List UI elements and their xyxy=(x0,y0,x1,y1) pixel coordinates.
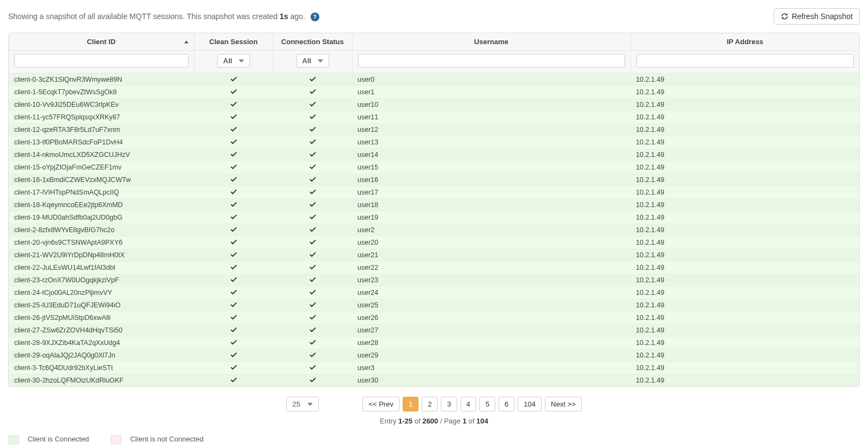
check-icon xyxy=(309,202,316,207)
cell-ip: 10.2.1.49 xyxy=(630,312,859,324)
caption-time-a: This snapshot was created xyxy=(187,12,280,21)
legend: Client is Connected Client is not Connec… xyxy=(8,435,860,444)
cell-clean-session xyxy=(194,312,273,324)
col-connection-status[interactable]: Connection Status xyxy=(273,33,352,51)
pager-page-button[interactable]: 6 xyxy=(499,397,514,411)
check-icon xyxy=(309,177,316,182)
pager-page-button[interactable]: 5 xyxy=(479,397,495,411)
cell-clean-session xyxy=(194,86,273,99)
cell-client-id: client-28-9XJXZib4KaTA2qXxUdg4 xyxy=(9,337,194,349)
filter-ip-input[interactable] xyxy=(636,54,854,68)
filter-client-id-input[interactable] xyxy=(14,54,189,68)
cell-ip: 10.2.1.49 xyxy=(630,224,859,237)
check-icon xyxy=(309,101,316,107)
table-row[interactable]: client-3-Tc6Q4DUdr92bXyLieSTtuser310.2.1… xyxy=(9,362,859,374)
table-row[interactable]: client-12-qzeRTA3F8r5Ld7uF7xnmuser1210.2… xyxy=(9,124,859,136)
table-row[interactable]: client-15-oYpjZIOjaFmGeCZEF1mvuser1510.2… xyxy=(9,161,859,174)
table-row[interactable]: client-24-tCjo00AL20nzPljimvVYuser2410.2… xyxy=(9,287,859,299)
col-client-id[interactable]: Client ID xyxy=(9,33,194,51)
cell-ip: 10.2.1.49 xyxy=(630,211,859,224)
table-row[interactable]: client-26-jtVS2pMUiStpD6xwAlliuser2610.2… xyxy=(9,312,859,324)
refresh-snapshot-button[interactable]: Refresh Snapshot xyxy=(774,8,860,25)
table-row[interactable]: client-23-rzOnX7W0UOgqkjkziVpFuser2310.2… xyxy=(9,274,859,287)
cell-username: user26 xyxy=(352,312,630,324)
pager-page-button[interactable]: 3 xyxy=(441,397,457,411)
cell-ip: 10.2.1.49 xyxy=(630,349,859,362)
cell-client-id: client-27-ZSw6ZrZOVH4dHqvTSi50 xyxy=(9,324,194,337)
cell-connection-status xyxy=(273,374,352,387)
sessions-table: Client ID Clean Session Connection Statu… xyxy=(8,33,860,387)
cell-clean-session xyxy=(194,262,273,274)
pager-prev-button[interactable]: << Prev xyxy=(362,397,399,411)
cell-connection-status xyxy=(273,161,352,174)
cell-clean-session xyxy=(194,299,273,312)
pager-page-button[interactable]: 104 xyxy=(518,397,542,411)
check-icon xyxy=(230,202,237,207)
check-icon xyxy=(230,114,237,119)
cell-connection-status xyxy=(273,274,352,287)
pager-next-button[interactable]: Next >> xyxy=(545,397,582,411)
pager-page-button[interactable]: 2 xyxy=(422,397,438,411)
table-row[interactable]: client-1-5EcqkT7pbevZtWsSgOk8user110.2.1… xyxy=(9,86,859,99)
table-row[interactable]: client-17-lVIHTspPNdSmAQLpcIIQuser1710.2… xyxy=(9,186,859,199)
cell-ip: 10.2.1.49 xyxy=(630,237,859,249)
cell-client-id: client-17-lVIHTspPNdSmAQLpcIIQ xyxy=(9,186,194,199)
check-icon xyxy=(309,277,316,282)
cell-username: user11 xyxy=(352,111,630,124)
cell-username: user12 xyxy=(352,124,630,136)
table-row[interactable]: client-0-3cZK1SlQnvR3Wmywe89Nuser010.2.1… xyxy=(9,74,859,86)
col-clean-session[interactable]: Clean Session xyxy=(194,33,273,51)
table-row[interactable]: client-22-JuLEsWU14Lwf1fAl3dbluser2210.2… xyxy=(9,262,859,274)
col-ip-label: IP Address xyxy=(727,38,763,46)
table-row[interactable]: client-28-9XJXZib4KaTA2qXxUdg4user2810.2… xyxy=(9,337,859,349)
table-row[interactable]: client-13-tf0PBoMARSdcFoP1DvH4user1310.2… xyxy=(9,136,859,149)
table-row[interactable]: client-18-KqeymncoEEe2jtp6XmMDuser1810.2… xyxy=(9,199,859,211)
table-row[interactable]: client-25-lU3EduD71uQFJEWi94iOuser2510.2… xyxy=(9,299,859,312)
help-icon[interactable]: ? xyxy=(311,13,319,21)
table-row[interactable]: client-20-vjn6s9CTSNWAptA9PXY6user2010.2… xyxy=(9,237,859,249)
caption-time-value: 1s xyxy=(280,12,288,21)
table-row[interactable]: client-29-oqAlaJQj2JAQ0g0Xl7Jnuser2910.2… xyxy=(9,349,859,362)
cell-username: user2 xyxy=(352,224,630,237)
cell-username: user10 xyxy=(352,99,630,111)
table-row[interactable]: client-2-8zfx8WYvE8gvBIG7hc2ouser210.2.1… xyxy=(9,224,859,237)
cell-connection-status xyxy=(273,337,352,349)
cell-ip: 10.2.1.49 xyxy=(630,74,859,86)
cell-connection-status xyxy=(273,186,352,199)
filter-username-input[interactable] xyxy=(358,54,625,68)
filter-conn-value: All xyxy=(302,57,312,65)
table-row[interactable]: client-14-nkmoUmcLXD5XZGCUJHzVuser1410.2… xyxy=(9,149,859,161)
cell-ip: 10.2.1.49 xyxy=(630,161,859,174)
table-row[interactable]: client-19-MUD0ahSdfb0aj2UD0gbGuser1910.2… xyxy=(9,211,859,224)
cell-ip: 10.2.1.49 xyxy=(630,299,859,312)
table-row[interactable]: client-27-ZSw6ZrZOVH4dHqvTSi50user2710.2… xyxy=(9,324,859,337)
col-username[interactable]: Username xyxy=(352,33,630,51)
filter-connection-status-select[interactable]: All xyxy=(296,54,329,68)
check-icon xyxy=(309,227,316,232)
table-row[interactable]: client-30-2hzoLQFMOizUKdRluGKFuser3010.2… xyxy=(9,374,859,387)
pager-page-button[interactable]: 4 xyxy=(460,397,476,411)
cell-username: user20 xyxy=(352,237,630,249)
cell-client-id: client-10-Vv9Ji25DEu6WC3rlpKEv xyxy=(9,99,194,111)
check-icon xyxy=(230,239,237,245)
chevron-down-icon xyxy=(307,403,313,406)
cell-username: user13 xyxy=(352,136,630,149)
cell-username: user21 xyxy=(352,249,630,262)
cell-clean-session xyxy=(194,186,273,199)
table-row[interactable]: client-10-Vv9Ji25DEu6WC3rlpKEvuser1010.2… xyxy=(9,99,859,111)
check-icon xyxy=(230,352,237,358)
pager-page-button[interactable]: 1 xyxy=(403,397,418,411)
caption-prefix: Showing a snapshot of all available MQTT… xyxy=(8,12,187,21)
table-row[interactable]: client-21-WV2U9iYrDpDNp48mH0tXuser2110.2… xyxy=(9,249,859,262)
cell-username: user3 xyxy=(352,362,630,374)
page-size-select[interactable]: 25 xyxy=(286,397,319,411)
cell-username: user29 xyxy=(352,349,630,362)
col-conn-label: Connection Status xyxy=(281,38,344,46)
table-row[interactable]: client-16-1xBmdiCZWEVzxMQJCWTwuser1610.2… xyxy=(9,174,859,186)
filter-clean-session-select[interactable]: All xyxy=(217,54,250,68)
cell-connection-status xyxy=(273,136,352,149)
cell-username: user25 xyxy=(352,299,630,312)
table-row[interactable]: client-11-yc57FRQSplqsqxXRKy87user1110.2… xyxy=(9,111,859,124)
cell-username: user23 xyxy=(352,274,630,287)
col-ip-address[interactable]: IP Address xyxy=(630,33,859,51)
